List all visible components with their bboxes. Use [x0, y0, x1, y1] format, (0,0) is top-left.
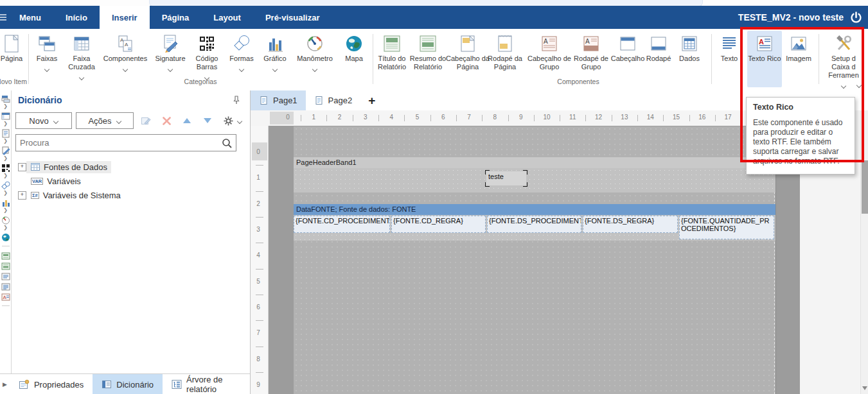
app-tab-pr-visualizar[interactable]: Pré-visualizar [253, 6, 332, 29]
ribbon-button-text[interactable]: Texto [714, 31, 744, 87]
scrollbar-thumb[interactable] [862, 160, 868, 214]
toolbox-expand-chevron-icon[interactable]: ❯ [3, 208, 8, 213]
panel-tab-label: Propriedades [34, 380, 84, 390]
tree-item-vari-veis-de-sistema[interactable]: +Σ#Variáveis de Sistema [12, 188, 243, 202]
toolbox-chart-icon[interactable] [1, 198, 10, 207]
app-tab-layout[interactable]: Layout [201, 6, 253, 29]
power-icon[interactable] [844, 6, 868, 29]
dictionary-icon [102, 379, 112, 390]
new-button[interactable]: Novo [15, 112, 72, 129]
data-cell[interactable]: {FONTE.DS_PROCEDIMENTO} [487, 216, 581, 233]
h-ruler-number: 6 [430, 114, 456, 121]
tree-item-vari-veis[interactable]: VARVariáveis [12, 174, 243, 188]
page-tab-page1[interactable]: Page1 [251, 90, 306, 110]
toolbox-shapes-icon[interactable] [1, 181, 10, 190]
shapes-icon [231, 33, 252, 54]
toolbox-crosstab-icon[interactable] [1, 112, 10, 121]
tree-item-fontes-de-dados[interactable]: +Fontes de Dados [12, 160, 243, 174]
ribbon-expand-chevron-icon[interactable] [857, 79, 862, 90]
panel-tab-properties[interactable]: Propriedades [10, 374, 93, 394]
tree-expander-icon[interactable]: + [18, 191, 26, 200]
move-down-icon[interactable] [199, 114, 216, 128]
data-cell[interactable]: {FONTE.CD_PROCEDIMENTO} [294, 216, 390, 233]
h-ruler-number: 12 [586, 114, 612, 121]
page-header-band-body[interactable] [294, 168, 775, 193]
ribbon-button-label: Título do Relatório [371, 55, 412, 71]
page-header-band[interactable]: PageHeaderBand1 [294, 157, 775, 168]
toolbox-expand-chevron-icon[interactable]: ❯ [3, 173, 8, 178]
chevron-down-icon[interactable] [238, 119, 242, 124]
ribbon-button-page-footer[interactable]: Rodapé da Página [487, 31, 523, 87]
group-header-icon: A [539, 33, 560, 54]
data-cell[interactable]: {FONTE.QUANTIDADE_PROCEDIMENTOS} [679, 216, 774, 239]
toolbox-rich-text-icon[interactable]: A [1, 293, 10, 302]
scrollbar-down-arrow-icon[interactable] [862, 386, 867, 390]
data-cell[interactable]: {FONTE.DS_REGRA} [583, 216, 678, 233]
panel-tab-report-tree[interactable]: Árvore de relatório [163, 374, 250, 394]
data-cell[interactable]: {FONTE.CD_REGRA} [391, 216, 486, 233]
toolbox-gauge-icon[interactable] [1, 216, 10, 225]
ribbon-button-components[interactable]: AAComponentes [99, 31, 152, 87]
ribbon-button-label: Resumo do Relatório [407, 55, 448, 71]
search-icon[interactable] [220, 137, 235, 149]
ribbon-button-footer[interactable]: Rodapé [641, 31, 677, 87]
toolbox-report-title-icon[interactable] [1, 252, 10, 261]
ribbon-button-page-header[interactable]: Cabeçalho da Página [446, 31, 490, 87]
tree-expander-icon[interactable]: + [18, 163, 26, 171]
app-tab-inserir[interactable]: Inserir [100, 6, 150, 29]
toolbox-expand-chevron-icon[interactable]: ❯ [3, 225, 8, 230]
toolbox-expand-chevron-icon[interactable]: ❯ [3, 139, 8, 144]
vertical-scrollbar[interactable] [860, 110, 868, 394]
toolbox-barcode-icon[interactable] [1, 164, 10, 173]
toolbox-expand-chevron-icon[interactable]: ❯ [3, 121, 8, 126]
toolbox-signature-icon[interactable] [1, 146, 10, 155]
toolbox-expand-chevron-icon[interactable]: ❯ [3, 191, 8, 196]
ribbon-button-crosstab[interactable]: Faixa Cruzada [62, 31, 102, 87]
edit-icon[interactable] [137, 114, 154, 128]
ribbon-button-image[interactable]: Imagem [780, 31, 817, 87]
ribbon-button-report-summary[interactable]: Resumo do Relatório [407, 31, 448, 87]
ribbon-button-gauge[interactable]: Manômetro [289, 31, 341, 87]
ribbon-button-report-title[interactable]: Título do Relatório [371, 31, 412, 87]
ribbon-button-data[interactable]: Dados [673, 31, 705, 87]
toolbox-report-summary-icon[interactable] [1, 262, 10, 271]
panel-collapse-arrow-icon[interactable]: ▶ [0, 374, 10, 394]
add-page-button[interactable]: + [360, 90, 383, 110]
toolbox-text-icon[interactable] [1, 272, 10, 281]
v-ruler-number: 5 [251, 278, 266, 285]
text-component[interactable]: teste [486, 171, 526, 185]
move-up-icon[interactable] [179, 114, 195, 128]
page-icon [1, 33, 22, 54]
toolbox-text-alt-icon[interactable] [1, 282, 10, 291]
settings-gear-icon[interactable] [220, 114, 236, 128]
app-tab-in-cio[interactable]: Início [53, 6, 100, 29]
ribbon-button-rich-text[interactable]: ATexto Rico [747, 31, 782, 87]
toolbox-bands-icon[interactable] [1, 94, 10, 103]
v-ruler-tick [256, 165, 263, 166]
ribbon-button-map[interactable]: Mapa [338, 31, 370, 87]
panel-tab-dictionary[interactable]: Dicionário [93, 374, 163, 394]
dictionary-tree: +Fontes de DadosVARVariáveis+Σ#Variáveis… [12, 160, 243, 202]
toolbox-separator [2, 246, 10, 246]
app-tab-p-gina[interactable]: Página [150, 6, 202, 29]
data-band-header[interactable]: DataFONTE; Fonte de dados: FONTE [294, 204, 775, 215]
page-tab-page2[interactable]: Page2 [306, 90, 361, 110]
toolbox-components-icon[interactable] [1, 129, 10, 138]
toolbox-map-icon[interactable] [1, 233, 10, 242]
toolbox-expand-chevron-icon[interactable]: ❯ [3, 156, 8, 161]
pin-icon[interactable] [232, 96, 241, 105]
ribbon-button-chart[interactable]: Gráfico [256, 31, 294, 87]
app-tab-menu[interactable]: Menu [7, 6, 53, 29]
app-menu-icon[interactable] [0, 13, 7, 29]
v-ruler-tick [256, 347, 263, 347]
design-canvas[interactable]: PageHeaderBand1 teste DataFONTE; Fonte d… [269, 126, 800, 394]
toolbox-expand-chevron-icon[interactable]: ❯ [3, 104, 8, 109]
ribbon-button-bands[interactable]: Faixas [28, 31, 66, 87]
actions-button[interactable]: Ações [76, 112, 134, 129]
search-input[interactable] [16, 138, 220, 148]
ribbon-button-shapes[interactable]: Formas [223, 31, 260, 87]
chevron-down-icon [240, 67, 244, 72]
report-page[interactable]: PageHeaderBand1 teste DataFONTE; Fonte d… [294, 126, 776, 394]
delete-icon[interactable] [158, 114, 175, 128]
v-ruler-tick [256, 191, 263, 192]
